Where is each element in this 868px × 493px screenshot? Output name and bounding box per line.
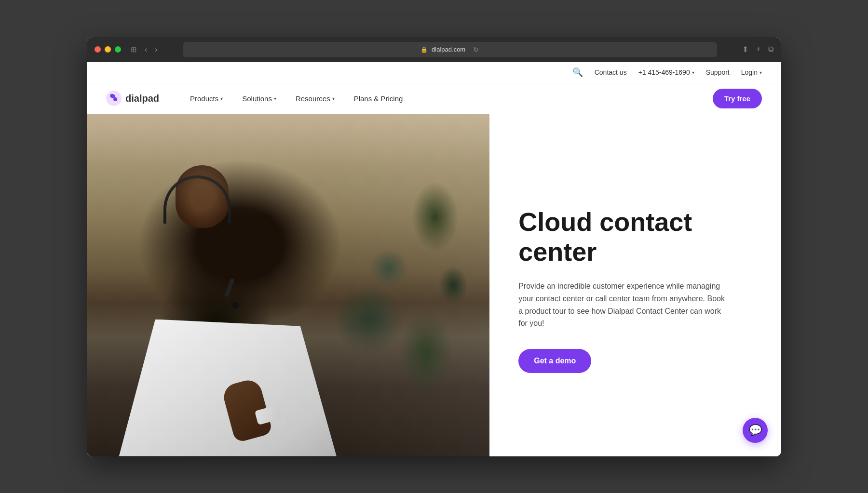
pricing-label: Plans & Pricing xyxy=(354,94,403,103)
resources-label: Resources xyxy=(296,94,330,103)
nav-item-solutions[interactable]: Solutions ▾ xyxy=(234,91,284,107)
solutions-chevron-icon: ▾ xyxy=(274,96,276,101)
back-button[interactable]: ‹ xyxy=(145,45,147,54)
minimize-button[interactable] xyxy=(105,46,111,53)
phone-chevron-icon: ▾ xyxy=(692,70,694,75)
nav-item-resources[interactable]: Resources ▾ xyxy=(288,91,342,107)
hero-image xyxy=(87,114,489,456)
nav-items: Products ▾ Solutions ▾ Resources ▾ Plans… xyxy=(182,91,713,107)
reload-icon[interactable]: ↻ xyxy=(473,46,479,53)
traffic-lights xyxy=(95,46,121,53)
browser-window: ⊞ ‹ › 🔒 dialpad.com ↻ ⬆ + ⧉ 🔍 Contact us… xyxy=(87,37,781,456)
resources-chevron-icon: ▾ xyxy=(332,96,335,101)
nav-item-products[interactable]: Products ▾ xyxy=(182,91,231,107)
support-link[interactable]: Support xyxy=(706,68,730,76)
maximize-button[interactable] xyxy=(115,46,121,53)
dialpad-logo-icon xyxy=(106,91,122,106)
contact-us-link[interactable]: Contact us xyxy=(595,68,627,76)
main-nav: dialpad Products ▾ Solutions ▾ Resources… xyxy=(87,83,781,114)
tabs-icon[interactable]: ⧉ xyxy=(768,45,773,54)
browser-actions: ⬆ + ⧉ xyxy=(742,45,773,54)
website-content: 🔍 Contact us +1 415-469-1690 ▾ Support L… xyxy=(87,62,781,456)
chat-icon: 💬 xyxy=(749,424,762,437)
nav-item-pricing[interactable]: Plans & Pricing xyxy=(346,91,411,107)
logo-text: dialpad xyxy=(125,93,159,104)
login-label: Login xyxy=(741,68,758,76)
new-tab-icon[interactable]: + xyxy=(756,45,760,54)
share-icon[interactable]: ⬆ xyxy=(742,45,748,54)
forward-button[interactable]: › xyxy=(155,45,157,54)
address-bar[interactable]: 🔒 dialpad.com ↻ xyxy=(183,42,717,57)
products-label: Products xyxy=(190,94,218,103)
hero-content: Cloud contact center Provide an incredib… xyxy=(489,114,781,456)
chat-widget[interactable]: 💬 xyxy=(743,418,768,443)
close-button[interactable] xyxy=(95,46,101,53)
browser-controls: ⊞ ‹ › xyxy=(131,45,158,54)
solutions-label: Solutions xyxy=(242,94,272,103)
hero-description: Provide an incredible customer experienc… xyxy=(518,280,731,329)
utility-bar: 🔍 Contact us +1 415-469-1690 ▾ Support L… xyxy=(87,62,781,83)
get-demo-button[interactable]: Get a demo xyxy=(518,349,591,373)
sidebar-icon[interactable]: ⊞ xyxy=(131,45,137,54)
phone-dropdown[interactable]: +1 415-469-1690 ▾ xyxy=(638,68,694,76)
try-free-button[interactable]: Try free xyxy=(713,89,762,108)
lock-icon: 🔒 xyxy=(420,46,428,53)
login-dropdown[interactable]: Login ▾ xyxy=(741,68,762,76)
products-chevron-icon: ▾ xyxy=(220,96,223,101)
hero-section: Cloud contact center Provide an incredib… xyxy=(87,114,781,456)
utility-links: Contact us +1 415-469-1690 ▾ Support Log… xyxy=(595,68,762,76)
login-chevron-icon: ▾ xyxy=(760,70,762,75)
browser-titlebar: ⊞ ‹ › 🔒 dialpad.com ↻ ⬆ + ⧉ xyxy=(87,37,781,62)
search-icon[interactable]: 🔍 xyxy=(572,67,583,78)
hero-title: Cloud contact center xyxy=(518,207,752,266)
logo[interactable]: dialpad xyxy=(106,91,159,106)
url-text: dialpad.com xyxy=(432,46,465,53)
hero-photo-content xyxy=(87,114,489,456)
phone-number: +1 415-469-1690 xyxy=(638,68,690,76)
